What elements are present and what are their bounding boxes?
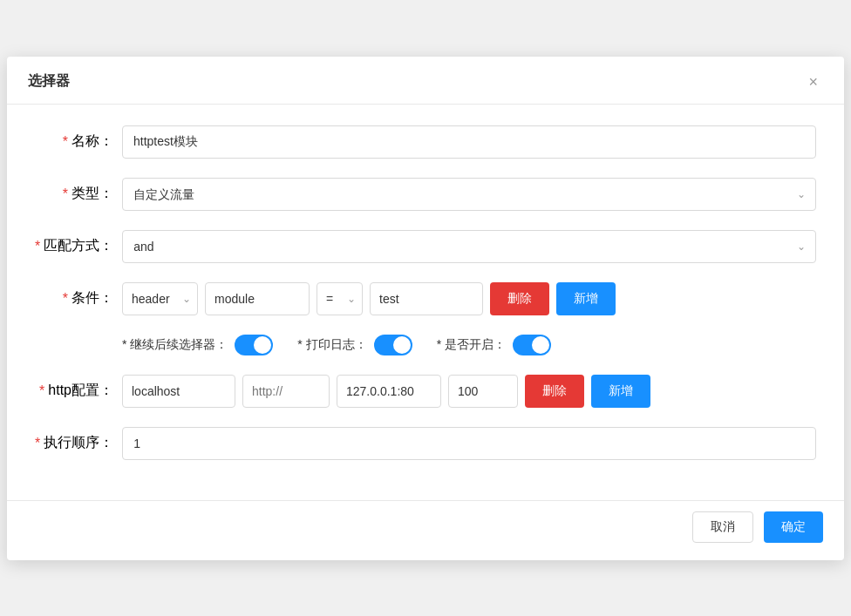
cancel-button[interactable]: 取消	[692, 511, 753, 543]
http-delete-button[interactable]: 删除	[525, 375, 584, 408]
condition-row: * 条件： header path method query ⌄ =	[35, 282, 816, 315]
http-protocol-input[interactable]	[242, 375, 330, 408]
http-config-controls: 删除 新增	[122, 375, 816, 408]
http-required: *	[39, 383, 44, 399]
condition-field-wrapper: header path method query ⌄	[122, 282, 198, 315]
type-label: 类型：	[71, 185, 113, 203]
name-input[interactable]	[122, 125, 816, 159]
match-label: 匹配方式：	[44, 237, 113, 255]
continue-selector-toggle-item: * 继续后续选择器：	[122, 335, 273, 355]
http-host-input[interactable]	[122, 375, 235, 408]
condition-label: 条件：	[71, 289, 113, 308]
condition-operator-select[interactable]: = != ~ !~	[317, 282, 363, 315]
print-log-toggle[interactable]	[374, 335, 412, 355]
dialog-title: 选择器	[28, 72, 70, 91]
print-log-label: * 打印日志：	[297, 337, 366, 353]
dialog-header: 选择器 ×	[7, 57, 844, 105]
exec-order-row: * 执行顺序：	[35, 427, 816, 460]
http-label-wrap: * http配置：	[35, 382, 113, 400]
exec-order-label-wrap: * 执行顺序：	[35, 434, 113, 452]
dialog-body: * 名称： * 类型： 自定义流量 ⌄ * 匹配方式：	[7, 105, 844, 493]
exec-order-input[interactable]	[122, 427, 816, 460]
print-log-slider	[374, 335, 412, 355]
condition-value-input[interactable]	[370, 282, 483, 315]
condition-required: *	[63, 291, 68, 307]
exec-order-required: *	[35, 436, 40, 451]
toggle-group: * 继续后续选择器： * 打印日志： * 是否开启：	[122, 335, 816, 355]
http-weight-input[interactable]	[448, 375, 518, 408]
condition-label-wrap: * 条件：	[35, 289, 113, 308]
type-required: *	[63, 186, 68, 202]
type-select[interactable]: 自定义流量	[122, 178, 816, 211]
condition-param-input[interactable]	[205, 282, 310, 315]
name-row: * 名称：	[35, 125, 816, 159]
continue-selector-toggle[interactable]	[235, 335, 273, 355]
http-label: http配置：	[48, 382, 113, 400]
condition-operator-wrapper: = != ~ !~ ⌄	[317, 282, 363, 315]
match-mode-select[interactable]: and or	[122, 230, 816, 263]
enable-slider	[513, 335, 551, 355]
match-select-wrapper: and or ⌄	[122, 230, 816, 263]
name-label: 名称：	[71, 132, 113, 151]
type-label-wrap: * 类型：	[35, 185, 113, 203]
enable-toggle-item: * 是否开启：	[437, 335, 551, 355]
match-label-wrap: * 匹配方式：	[35, 237, 113, 255]
exec-order-label: 执行顺序：	[44, 434, 113, 452]
name-label-wrap: * 名称：	[35, 132, 113, 151]
http-address-input[interactable]	[337, 375, 441, 408]
continue-selector-slider	[235, 335, 273, 355]
condition-delete-button[interactable]: 删除	[490, 282, 549, 315]
confirm-button[interactable]: 确定	[764, 511, 823, 543]
enable-toggle[interactable]	[513, 335, 551, 355]
name-required: *	[63, 134, 68, 150]
http-add-button[interactable]: 新增	[591, 375, 650, 408]
condition-field-select[interactable]: header path method query	[122, 282, 198, 315]
condition-add-button[interactable]: 新增	[556, 282, 616, 315]
print-log-toggle-item: * 打印日志：	[297, 335, 412, 355]
match-mode-row: * 匹配方式： and or ⌄	[35, 230, 816, 263]
close-button[interactable]: ×	[803, 72, 823, 91]
type-row: * 类型： 自定义流量 ⌄	[35, 178, 816, 211]
match-required: *	[35, 239, 40, 254]
selector-dialog: 选择器 × * 名称： * 类型： 自定义流量 ⌄	[7, 57, 844, 560]
continue-selector-label: * 继续后续选择器：	[122, 337, 228, 353]
toggle-row: * 继续后续选择器： * 打印日志： * 是否开启：	[35, 335, 816, 355]
http-config-row: * http配置： 删除 新增	[35, 375, 816, 408]
condition-controls: header path method query ⌄ = != ~ !~	[122, 282, 816, 315]
type-select-wrapper: 自定义流量 ⌄	[122, 178, 816, 211]
dialog-footer: 取消 确定	[7, 500, 844, 560]
enable-label: * 是否开启：	[437, 337, 506, 353]
